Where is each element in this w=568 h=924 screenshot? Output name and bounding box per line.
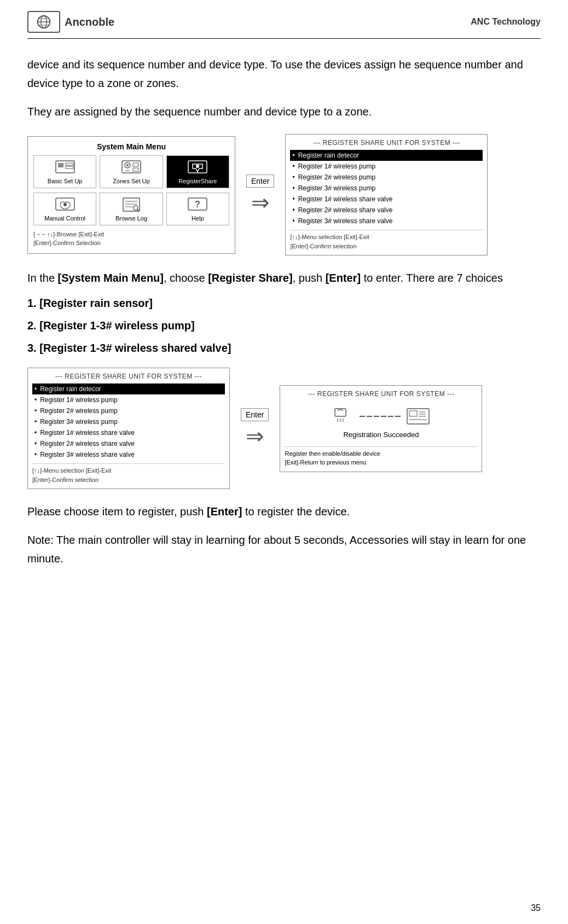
register-share-label: RegisterShare — [178, 178, 217, 184]
manual-control-label: Manual Control — [44, 215, 85, 222]
reg-footer-line1: [↑↓]-Menu selection [Exit]-Exit — [290, 233, 483, 242]
register-item-valve3-2: • Register 3# wireless share valve — [32, 449, 225, 460]
register-title-1: --- REGISTER SHARE UNIT FOR SYSTEM --- — [290, 139, 483, 147]
list-num-1: 1. — [27, 297, 39, 309]
register-item-pump2-label: Register 2# wireless pump — [298, 173, 375, 181]
reg-icons-row — [332, 406, 430, 426]
browse-log-icon — [120, 196, 142, 213]
register-item-pump3-label: Register 3# wireless pump — [298, 184, 375, 192]
bullet-pump2: • — [292, 173, 294, 181]
rain-sensor-icon — [332, 406, 354, 426]
intro-text4: to enter. There are 7 choices — [361, 272, 503, 284]
register-title-2: --- REGISTER SHARE UNIT FOR SYSTEM --- — [32, 373, 225, 380]
register-item-valve2-label: Register 2# wireless share valve — [298, 206, 393, 214]
intro-text3: , push — [293, 272, 326, 284]
svg-rect-8 — [66, 166, 73, 168]
bullet-valve1: • — [292, 195, 294, 203]
reg-success-text: Registration Succeeded — [343, 431, 419, 439]
register-item-pump1-2: • Register 1# wireless pump — [32, 394, 225, 405]
page-number: 35 — [531, 903, 541, 913]
intro-text1: In the — [27, 272, 58, 284]
register-item-valve2-2-label: Register 2# wireless share valve — [40, 440, 135, 448]
register-item-valve2-2: • Register 2# wireless share valve — [32, 438, 225, 449]
para3: Please choose item to register, push [En… — [27, 502, 541, 521]
menu-footer-line1: [→←↑↓]-Browse [Exit]-Exit — [33, 230, 229, 239]
logo-globe-icon — [36, 14, 52, 30]
registration-success-box: --- REGISTER SHARE UNIT FOR SYSTEM --- — [280, 385, 482, 472]
register-item-rain-2: • Register rain detecor — [32, 383, 225, 394]
svg-rect-14 — [133, 168, 138, 171]
reg-success-inner: Registration Succeeded — [285, 401, 477, 444]
menu-footer-line2: [Enter]-Confirm Selection — [33, 239, 229, 248]
enter-label-2: Enter — [241, 408, 269, 421]
reg3-footer-line1: Register then enable/disable device — [285, 449, 477, 458]
logo-area: Ancnoble — [27, 11, 114, 33]
menu-item-basic-setup: Basic Set Up — [33, 155, 96, 188]
manual-control-icon — [54, 196, 76, 213]
bullet-pump1-2: • — [34, 396, 37, 404]
list-item-3: 3. [Register 1-3# wireless shared valve] — [27, 342, 541, 355]
intro-paragraph: In the [System Main Menu], choose [Regis… — [27, 269, 541, 287]
register-item-valve2: • Register 2# wireless share valve — [290, 205, 483, 216]
reg-success-title: --- REGISTER SHARE UNIT FOR SYSTEM --- — [285, 390, 477, 398]
svg-rect-7 — [66, 163, 73, 165]
intro-bold1: [System Main Menu] — [58, 272, 164, 284]
register-footer-2: [↑↓]-Menu selection [Exit]-Exit [Enter]-… — [32, 463, 225, 484]
controller-icon — [406, 406, 430, 426]
register-item-pump3: • Register 3# wireless pump — [290, 183, 483, 194]
list-label-2: [Register 1-3# wireless pump] — [39, 319, 194, 332]
zones-setup-icon — [120, 159, 142, 176]
bullet-rain: • — [292, 152, 294, 159]
bullet-valve3-2: • — [34, 451, 37, 458]
diagram-row-2: --- REGISTER SHARE UNIT FOR SYSTEM --- •… — [27, 368, 541, 489]
arrow-area-1: Enter ⇒ — [246, 175, 274, 215]
bullet-valve2: • — [292, 206, 294, 214]
menu-item-help: ? Help — [166, 193, 229, 225]
register-item-pump2: • Register 2# wireless pump — [290, 172, 483, 183]
bullet-pump1: • — [292, 162, 294, 170]
register-item-pump1: • Register 1# wireless pump — [290, 161, 483, 172]
para2: They are assigned by the sequence number… — [27, 102, 541, 121]
register-item-pump3-2: • Register 3# wireless pump — [32, 416, 225, 427]
zones-setup-label: Zones Set Up — [113, 178, 149, 184]
menu-icons-grid-bottom: Manual Control Browse Log — [33, 193, 229, 225]
register-footer-1: [↑↓]-Menu selection [Exit]-Exit [Enter]-… — [290, 230, 483, 251]
para4: Note: The main controller will stay in l… — [27, 531, 541, 568]
help-label: Help — [192, 215, 204, 222]
logo-box — [27, 11, 60, 33]
menu-title: System Main Menu — [33, 142, 229, 151]
menu-icons-grid-top: Basic Set Up Zones Set Up — [33, 155, 229, 188]
register-share-box-2: --- REGISTER SHARE UNIT FOR SYSTEM --- •… — [27, 368, 230, 489]
register-item-pump2-2: • Register 2# wireless pump — [32, 405, 225, 416]
list-item-1: 1. [Register rain sensor] — [27, 297, 541, 310]
reg3-footer-line2: [Exit]-Return to previous menu — [285, 458, 477, 467]
register-item-pump3-2-label: Register 3# wireless pump — [40, 418, 117, 426]
bullet-valve2-2: • — [34, 440, 37, 448]
register-item-valve1-label: Register 1# wireless share valve — [298, 195, 393, 203]
enter-label-1: Enter — [246, 175, 274, 188]
bullet-valve1-2: • — [34, 429, 37, 437]
list-item-2: 2. [Register 1-3# wireless pump] — [27, 319, 541, 332]
reg-footer-line2: [Enter]-Confirm selection — [290, 242, 483, 251]
intro-bold2: [Register Share] — [208, 272, 293, 284]
bullet-pump2-2: • — [34, 407, 37, 415]
basic-setup-icon — [54, 159, 76, 176]
menu-footer-1: [→←↑↓]-Browse [Exit]-Exit [Enter]-Confir… — [33, 230, 229, 248]
help-icon: ? — [187, 196, 208, 213]
menu-item-register-share: RegisterShare — [166, 155, 229, 188]
logo-text: Ancnoble — [65, 16, 114, 28]
register-item-valve3-2-label: Register 3# wireless share valve — [40, 451, 135, 458]
bullet-pump3: • — [292, 184, 294, 192]
para1: device and its sequence number and devic… — [27, 55, 541, 92]
svg-point-11 — [126, 164, 129, 166]
register-item-valve1: • Register 1# wireless share valve — [290, 194, 483, 205]
bullet-pump3-2: • — [34, 418, 37, 426]
menu-item-browse-log: Browse Log — [100, 193, 163, 225]
system-main-menu-box: System Main Menu Basic Set Up — [27, 136, 235, 254]
register-item-valve3: • Register 3# wireless share valve — [290, 216, 483, 226]
svg-point-23 — [134, 206, 138, 210]
svg-point-18 — [63, 203, 67, 206]
right-arrow-2: ⇒ — [246, 423, 264, 449]
register-item-rain: • Register rain detecor — [290, 150, 483, 161]
para3-end: to register the device. — [242, 505, 350, 518]
